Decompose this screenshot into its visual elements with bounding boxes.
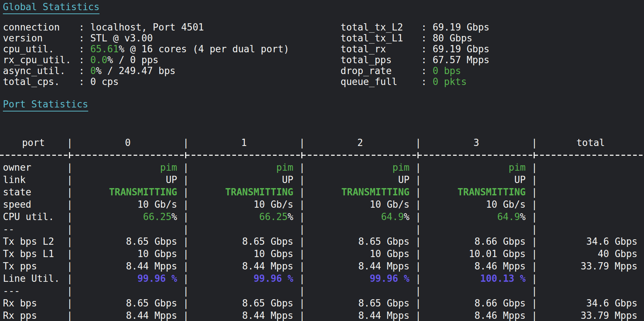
row-label-cell: Line Util.|: [0, 272, 73, 285]
column-pipe: |: [299, 260, 305, 272]
row-label: owner: [0, 161, 67, 174]
cell-value: TRANSMITTING: [305, 186, 415, 198]
port-0-cell: 66.25%|: [73, 211, 189, 223]
separator-cross: [185, 152, 186, 158]
total-cell: [537, 223, 644, 235]
port-1-cell: 66.25%|: [189, 211, 305, 223]
total-cell: [537, 198, 644, 211]
port-2-cell: TRANSMITTING|: [305, 186, 421, 198]
stat-value-part: 8.44 Mpps: [126, 310, 177, 321]
stat-colon: :: [79, 76, 85, 87]
column-pipe: |: [67, 272, 73, 285]
column-pipe: |: [67, 161, 73, 174]
stat-value-part: 8.66 Gbps: [474, 236, 526, 247]
cell-value: UP: [421, 174, 531, 186]
port-0-cell: 10 Gb/s|: [73, 198, 189, 211]
column-pipe: |: [183, 223, 189, 235]
column-pipe: |: [531, 248, 537, 260]
stat-value-part: 8.44 Mpps: [126, 261, 177, 272]
global-stat-row-rx-cpu-util: rx_cpu_util.:0.0% / 0 pps: [3, 54, 289, 65]
stat-value-part: 8.44 Mpps: [358, 261, 409, 272]
column-pipe: |: [299, 309, 305, 321]
column-pipe: |: [415, 223, 421, 235]
port-3-cell: 100.13 %|: [421, 272, 537, 285]
cell-value: 10 Gb/s: [421, 198, 531, 211]
stat-label: total_cps.: [3, 76, 79, 87]
column-pipe: |: [67, 285, 73, 297]
port-0-cell: 8.44 Mpps|: [73, 309, 189, 321]
stat-value-part: 65.61: [90, 44, 119, 54]
table-spacer-row: --|||||: [0, 223, 644, 235]
stat-colon: :: [421, 76, 427, 87]
stat-value-part: UP: [282, 174, 293, 185]
port-1-cell: |: [189, 223, 305, 235]
stat-value-part: pim: [276, 162, 293, 173]
cell-value: [189, 285, 299, 297]
column-pipe: |: [299, 297, 305, 309]
column-pipe: |: [183, 211, 189, 223]
cell-value: 8.44 Mpps: [189, 260, 299, 272]
port-1-cell: 99.96 %|: [189, 272, 305, 285]
cell-value: [73, 285, 183, 297]
column-pipe: |: [67, 309, 73, 321]
column-pipe: |: [531, 297, 537, 309]
row-label: Line Util.: [0, 272, 67, 285]
port-2-cell: pim|: [305, 161, 421, 174]
cell-value: 8.44 Mpps: [189, 309, 299, 321]
port-3-cell: 8.46 Mpps|: [421, 309, 537, 321]
cell-value: 8.66 Gbps: [421, 235, 531, 248]
header-cell-1: 1|: [189, 137, 305, 149]
row-label: --: [0, 223, 67, 235]
port-0-cell: |: [73, 285, 189, 297]
header-cell-3: 3|: [421, 137, 537, 149]
stat-value-part: 10 Gbps: [137, 248, 177, 259]
cell-value: [305, 223, 415, 235]
column-pipe: |: [67, 223, 73, 235]
stat-colon: :: [79, 65, 85, 76]
port-row-line-util: Line Util.|99.96 %|99.96 %|99.96 %|100.1…: [0, 272, 644, 285]
row-label-cell: speed|: [0, 198, 73, 211]
stat-value-part: 10 Gb/s: [370, 199, 409, 210]
column-pipe: |: [415, 260, 421, 272]
cell-value: 10 Gb/s: [73, 198, 183, 211]
cell-value: pim: [305, 161, 415, 174]
stat-value-part: 0: [90, 65, 96, 76]
row-label: ---: [0, 285, 67, 297]
cell-value: 64.9%: [305, 211, 415, 223]
total-cell: 40 Gbps: [537, 248, 644, 260]
port-2-cell: 10 Gbps|: [305, 248, 421, 260]
stat-value-part: 33.79 Mpps: [580, 261, 637, 272]
stat-colon: :: [421, 54, 427, 65]
global-stat-row-cpu-util: cpu_util.:65.61% @ 16 cores (4 per dual …: [3, 44, 289, 54]
cell-value: 8.65 Gbps: [73, 297, 183, 309]
cell-value: 99.96 %: [305, 272, 415, 285]
column-pipe: |: [67, 186, 73, 198]
port-2-cell: 64.9%|: [305, 211, 421, 223]
stat-value-part: 64.9: [497, 211, 520, 222]
table-header-row: port|0|1|2|3|total: [0, 137, 644, 149]
column-pipe: |: [415, 272, 421, 285]
column-pipe: |: [415, 248, 421, 260]
row-label-cell: CPU util.|: [0, 211, 73, 223]
stat-value-part: 99.96 %: [370, 273, 409, 284]
port-2-cell: UP|: [305, 174, 421, 186]
separator-cross: [69, 152, 70, 158]
stat-value-part: 33.79 Mpps: [580, 310, 637, 321]
cell-value: [421, 223, 531, 235]
column-pipe: |: [531, 223, 537, 235]
cell-value: 8.65 Gbps: [73, 235, 183, 248]
stat-value-part: %: [520, 211, 526, 222]
column-pipe: |: [415, 211, 421, 223]
global-stats-right-column: total_tx_L2:69.19 Gbpstotal_tx_L1:80 Gbp…: [341, 22, 489, 87]
port-2-cell: 8.44 Mpps|: [305, 309, 421, 321]
stat-value-part: 8.65 Gbps: [126, 236, 177, 247]
trex-terminal-screen[interactable]: Global Statistics connection:localhost, …: [0, 0, 644, 321]
port-row-rx-bps: Rx bps|8.65 Gbps|8.65 Gbps|8.65 Gbps|8.6…: [0, 297, 644, 309]
column-pipe: |: [531, 260, 537, 272]
cell-value: 8.44 Mpps: [305, 260, 415, 272]
cell-value: UP: [189, 174, 299, 186]
port-0-cell: 10 Gbps|: [73, 248, 189, 260]
row-label: Tx bps L1: [0, 248, 67, 260]
global-stat-row-total-tx-l2: total_tx_L2:69.19 Gbps: [341, 22, 489, 33]
cell-value: 8.65 Gbps: [189, 235, 299, 248]
